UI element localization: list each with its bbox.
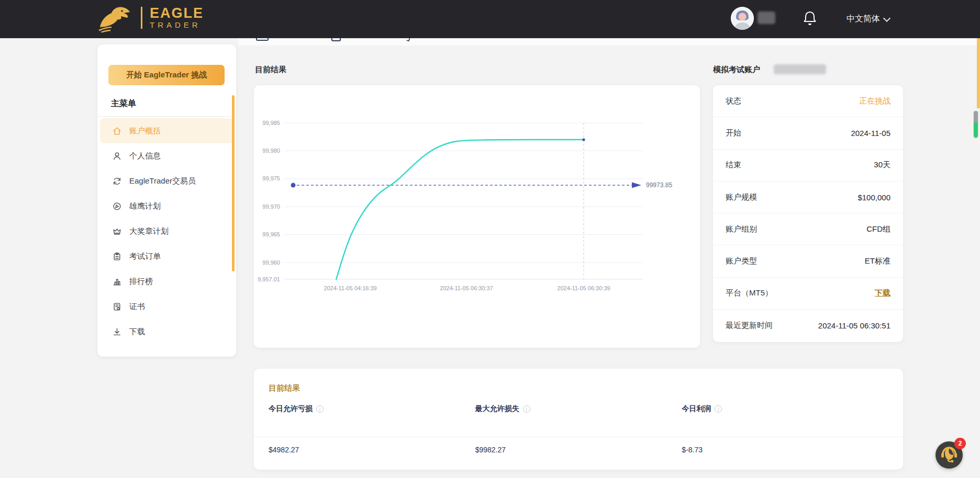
panel-row-label: 开始 (726, 128, 741, 138)
sidebar-item-label: 下载 (129, 327, 145, 337)
panel-row-value: 正在挑战 (859, 96, 890, 106)
sidebar-item-label: 证书 (129, 302, 145, 312)
svg-text:99,970: 99,970 (262, 203, 280, 210)
sidebar: 开始 EagleTrader 挑战 主菜单 账户概括个人信息EagleTrade… (97, 44, 236, 357)
download-icon (113, 327, 121, 336)
sidebar-menu: 账户概括个人信息EagleTrader交易员雄鹰计划大奖章计划考试订单排行榜证书… (97, 118, 236, 344)
username-redacted (758, 12, 775, 24)
account-number-redacted (774, 64, 826, 74)
equity-chart-card: 99,98599,98099,97599,97099,96599,9609,95… (254, 85, 700, 348)
panel-row-label: 账户类型 (726, 256, 757, 266)
sidebar-item-8[interactable]: 下载 (97, 319, 236, 344)
clipboard-icon (113, 252, 121, 261)
sidebar-item-0[interactable]: 账户概括 (100, 118, 233, 143)
crown-icon (113, 227, 121, 236)
account-details-panel: 状态正在挑战开始2024-11-05结束30天账户规模$100,000账户组别C… (713, 85, 903, 342)
logo-divider (141, 7, 142, 29)
stats-label: 今日利润 (682, 404, 711, 414)
chart-section-title: 目前结果 (255, 65, 286, 75)
support-chat-button[interactable]: 2 (936, 441, 963, 469)
stats-value-0: $4982.27 (269, 446, 475, 454)
stats-label: 最大允许损失 (475, 404, 519, 414)
info-icon[interactable]: i (316, 405, 324, 413)
panel-row-value: 30天 (874, 160, 890, 170)
panel-row-2: 结束30天 (713, 150, 903, 181)
sidebar-divider (97, 116, 236, 117)
svg-text:2024-11-05 04:16:39: 2024-11-05 04:16:39 (324, 285, 376, 291)
panel-row-5: 账户类型ET标准 (713, 245, 903, 277)
brand-logo[interactable]: EAGLE TRADER (96, 3, 204, 32)
sidebar-item-2[interactable]: EagleTrader交易员 (97, 168, 236, 194)
person-icon (113, 152, 121, 161)
svg-text:99973.85: 99973.85 (646, 181, 672, 189)
sidebar-item-5[interactable]: 考试订单 (97, 244, 236, 269)
logo-text-trader: TRADER (150, 20, 204, 30)
svg-text:99,985: 99,985 (262, 120, 280, 126)
panel-row-6: 平台（MT5）下载 (713, 278, 903, 310)
stats-value-2: $-8.73 (682, 446, 888, 454)
eagletrader-dashboard: EAGLE TRADER 中文简体 (0, 0, 980, 478)
chevron-down-icon (883, 14, 890, 21)
sidebar-section-heading: 主菜单 (111, 98, 136, 109)
panel-row-7: 最近更新时间2024-11-05 06:30:51 (713, 310, 903, 342)
user-avatar[interactable] (731, 7, 754, 30)
stats-divider (254, 437, 903, 437)
notification-bell-icon[interactable] (803, 10, 817, 26)
sidebar-item-1[interactable]: 个人信息 (97, 143, 236, 168)
language-selector[interactable]: 中文简体 (847, 0, 889, 38)
certificate-icon (113, 302, 121, 311)
panel-row-value: $100,000 (858, 193, 890, 202)
compass-icon (113, 202, 121, 211)
top-header: EAGLE TRADER 中文简体 (0, 0, 980, 38)
sidebar-item-4[interactable]: 大奖章计划 (97, 219, 236, 244)
panel-row-label: 账户规模 (726, 192, 757, 202)
svg-text:99,960: 99,960 (262, 259, 280, 266)
panel-row-label: 平台（MT5） (726, 288, 773, 298)
sidebar-item-label: EagleTrader交易员 (129, 176, 196, 186)
sidebar-item-6[interactable]: 排行榜 (97, 269, 236, 294)
panel-row-value: CFD组 (866, 224, 890, 234)
sidebar-item-label: 账户概括 (129, 126, 161, 136)
logo-text-eagle: EAGLE (150, 6, 204, 20)
refresh-icon (113, 177, 121, 186)
scrolled-content-strip (238, 38, 980, 45)
sidebar-item-3[interactable]: 雄鹰计划 (97, 194, 236, 219)
current-results-card: 目前结果 今日允许亏损i最大允许损失i今日利润i $4982.27$9982.2… (254, 369, 903, 470)
stats-value-1: $9982.27 (475, 446, 682, 454)
panel-row-3: 账户规模$100,000 (713, 181, 903, 213)
start-challenge-button[interactable]: 开始 EagleTrader 挑战 (108, 65, 225, 85)
panel-row-value: 2024-11-05 06:30:51 (818, 321, 890, 330)
sidebar-item-label: 雄鹰计划 (129, 201, 161, 211)
page-scrollbar-strip[interactable] (977, 38, 980, 108)
home-icon (113, 127, 121, 135)
panel-row-label: 账户组别 (726, 224, 757, 234)
panel-row-label: 最近更新时间 (726, 321, 773, 331)
stats-col-header-0: 今日允许亏损i (269, 404, 475, 414)
barchart-icon (113, 277, 121, 286)
sidebar-item-label: 大奖章计划 (129, 226, 169, 236)
chat-unread-badge: 2 (954, 438, 966, 449)
sidebar-item-label: 排行榜 (129, 277, 153, 287)
sidebar-item-7[interactable]: 证书 (97, 294, 236, 319)
panel-row-0: 状态正在挑战 (713, 85, 903, 117)
panel-row-label: 结束 (726, 160, 741, 170)
sidebar-item-label: 个人信息 (129, 151, 161, 161)
page-scrollbar-thumb[interactable] (974, 111, 978, 138)
panel-section-title: 模拟考试账户 (713, 65, 760, 75)
stats-card-title: 目前结果 (269, 383, 300, 393)
panel-row-value: ET标准 (865, 256, 890, 266)
stats-value-row: $4982.27$9982.27$-8.73 (269, 446, 888, 454)
svg-text:99,965: 99,965 (262, 231, 280, 237)
info-icon[interactable]: i (715, 405, 722, 413)
svg-text:99,980: 99,980 (262, 147, 280, 154)
stats-col-header-2: 今日利润i (682, 404, 888, 414)
stats-label: 今日允许亏损 (269, 404, 313, 414)
sidebar-scrollbar-thumb[interactable] (232, 95, 235, 271)
svg-text:99,975: 99,975 (262, 175, 280, 181)
svg-text:9,957.01: 9,957.01 (258, 276, 280, 282)
language-label: 中文简体 (847, 14, 880, 25)
panel-row-label: 状态 (726, 96, 741, 106)
info-icon[interactable]: i (523, 405, 530, 413)
download-link[interactable]: 下载 (875, 288, 890, 298)
panel-row-value: 2024-11-05 (851, 129, 890, 138)
